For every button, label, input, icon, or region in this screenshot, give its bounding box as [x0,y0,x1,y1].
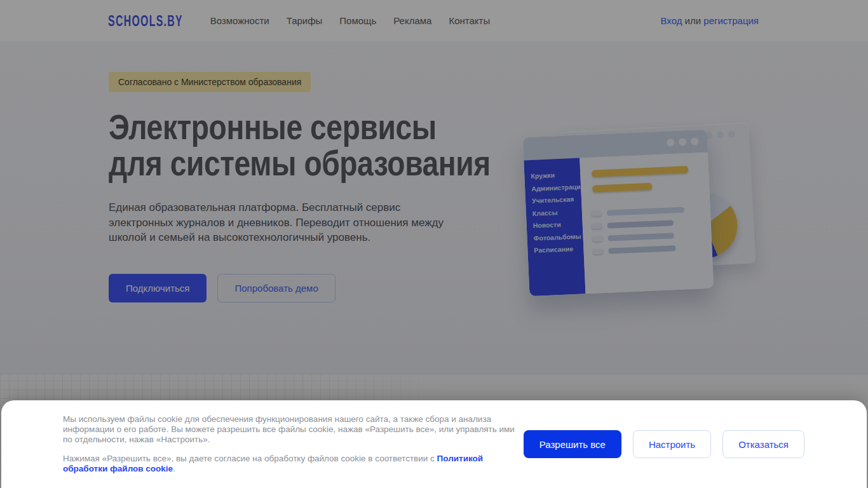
allow-all-cookies-button[interactable]: Разрешить все [524,430,621,458]
cookie-paragraph-2: Нажимая «Разрешить все», вы даете соглас… [63,454,515,474]
cookie-buttons: Разрешить все Настроить Отказаться [524,430,804,458]
decline-cookies-button[interactable]: Отказаться [722,430,804,458]
cookie-paragraph-2-prefix: Нажимая «Разрешить все», вы даете соглас… [63,454,437,463]
cookie-paragraph-1: Мы используем файлы cookie для обеспечен… [63,414,515,445]
cookie-text: Мы используем файлы cookie для обеспечен… [63,414,515,474]
configure-cookies-button[interactable]: Настроить [633,430,711,458]
cookie-consent-banner: Мы используем файлы cookie для обеспечен… [1,400,867,488]
page: SCHOOLS.BY Возможности Тарифы Помощь Рек… [0,0,868,488]
cookie-paragraph-2-suffix: . [173,464,175,473]
